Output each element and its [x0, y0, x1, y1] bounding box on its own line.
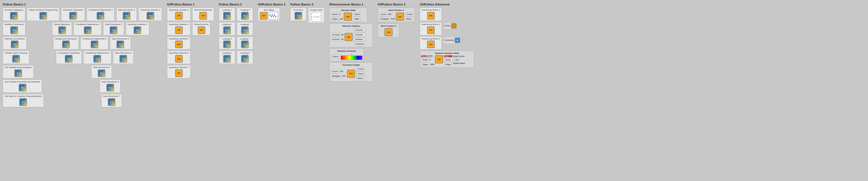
row-rc1-attractor: Attractor System UCount50 VCount50 GH: [329, 23, 373, 47]
output-ucount-attr: UCount: [354, 28, 365, 32]
component-points[interactable]: Points ●: [443, 22, 458, 30]
node-cond-3[interactable]: Conditional Statements 3 Py: [81, 36, 108, 50]
node-interfacing-rhino-2[interactable]: Interfacing Rhino 2 GH: [420, 22, 442, 35]
section-ghpython-basics-1: GHPython Basics 1 Importing Libraries 3 …: [167, 3, 214, 78]
node-ds-2[interactable]: Data Structures 2 Py: [103, 22, 124, 35]
section-title-python-basics-3: Python Basics 3: [290, 3, 324, 6]
row-adv-1: Interfacing Rhino 1 GH: [420, 8, 474, 21]
component-dynamic-random-walk[interactable]: Dynamic Random Walk Run False Seed0 S: [420, 51, 474, 68]
gh-icon-5: GH: [175, 41, 183, 48]
python-icon-15: Py: [117, 41, 124, 48]
node-functions[interactable]: Functions Py: [290, 8, 307, 21]
section-title-rhinocommon-basics-1: Rhinocommon Basics 1: [329, 3, 373, 6]
section-ghpython-basics-3: GHPython Basics 3 Best Practice 1 Count5…: [378, 3, 415, 37]
section-python-basics-3: Python Basics 3 Functions Py Empty Code …: [290, 3, 324, 23]
python-icon-25: Py: [108, 98, 115, 106]
output-surface: Surface: [354, 37, 365, 42]
component-curvature[interactable]: Curvature Graph Count759 Multiplier647 G…: [329, 62, 373, 82]
node-rhinoscriptsyntax[interactable]: RhinoScriptSyntax GH: [192, 8, 214, 21]
row-pb2-1: Looping 1 Py Looping 5 Py: [219, 8, 253, 21]
component-geometry[interactable]: Geometry ◆: [443, 36, 461, 44]
node-ds-5[interactable]: Data Structures 5 Py: [91, 65, 112, 78]
node-ds-1[interactable]: Data Structures 1 Py: [116, 8, 137, 21]
node-looping-7[interactable]: Looping 7 Py: [237, 36, 253, 50]
gh-icon-2: GH: [199, 12, 207, 20]
node-looping-5[interactable]: Looping 5 Py: [237, 8, 253, 21]
node-comparison-ops[interactable]: Comparison Operators Py: [56, 51, 82, 64]
node-import-1[interactable]: Importing Libraries 1 Py: [138, 8, 162, 21]
node-interfacing-rhino-1[interactable]: Interfacing Rhino 1 GH: [420, 8, 442, 21]
node-ds-4[interactable]: Data Structures 4 Py: [113, 51, 133, 64]
node-ds-6[interactable]: Data Structures 6 Py: [100, 79, 120, 93]
row-adv-2: Interfacing Rhino 2 GH Points ●: [420, 22, 474, 35]
node-cond-4[interactable]: Conditional Statements 4 Py: [83, 51, 111, 64]
python-icon-fn: Py: [294, 12, 302, 20]
python-icon-11: Py: [133, 26, 141, 34]
python-icon-22: Py: [19, 84, 26, 92]
gh-icon-curvature: GH: [347, 70, 355, 78]
node-interfacing-rhino-3[interactable]: Interfacing Rhino 3 GH: [420, 36, 442, 50]
component-best-practice-1[interactable]: Best Practice 1 Count500 Multiplier5.00 …: [378, 8, 415, 22]
node-import-lib-5[interactable]: Importing Libraries 5 GH: [167, 36, 191, 50]
node-ds-7[interactable]: Data Structures 7 Py: [101, 94, 122, 107]
row-3: Naming Conventions Py Assignment Operato…: [3, 36, 162, 50]
component-random-walk[interactable]: Random Walk Seed0 Steps100 GH Se: [329, 8, 367, 22]
row-gh1-1: Importing Libraries 3 GH RhinoScriptSynt…: [167, 8, 214, 21]
node-var-doc[interactable]: Get Variable Documentation Py: [3, 65, 34, 78]
node-looping-3[interactable]: Looping 3 Py: [219, 36, 235, 50]
node-import-lib-7[interactable]: Importing Libraries 7 GH: [167, 65, 191, 78]
gh-icon-attractor: GH: [345, 33, 353, 41]
node-var-help[interactable]: Get Help On Variable Property/Method Py: [3, 94, 44, 107]
node-ds-3[interactable]: Data Structures 3 Py: [110, 36, 131, 50]
row-gh1-3: Importing Libraries 5 GH: [167, 36, 214, 50]
component-best-practice-2[interactable]: Best Practice 2 GH: [378, 23, 399, 37]
node-sine-wave[interactable]: Sine Wave GH: [258, 8, 280, 21]
node-assign-ops[interactable]: Assignment Operators Py: [53, 36, 79, 50]
node-primitive-datatypes[interactable]: Primitive Datatypes Py: [3, 8, 25, 21]
row-adv-4: Dynamic Random Walk Run False Seed0 S: [420, 51, 474, 68]
output-vcount-attr: VCount: [354, 33, 365, 37]
node-looping-8[interactable]: Looping 8 Py: [237, 51, 253, 64]
node-looping-6[interactable]: Looping 6 Py: [237, 22, 253, 35]
node-arithmetic[interactable]: Arithmetic Operators Py: [61, 8, 85, 21]
component-attractor[interactable]: Attractor System UCount50 VCount50 GH: [329, 23, 373, 47]
component-label-random-walk: Random Walk: [331, 9, 366, 11]
node-import-lib-4[interactable]: Importing Libraries 4 GH: [167, 22, 191, 35]
node-type-checking[interactable]: Variable Type Checking Py: [3, 51, 29, 64]
component-rainbow[interactable]: Rainbow Gradient Colors C: [329, 48, 364, 61]
node-looping-1[interactable]: Looping 1 Py: [219, 8, 235, 21]
node-import-2[interactable]: Importing Libraries 2 Py: [126, 22, 149, 35]
python-icon-l6: Py: [241, 26, 249, 34]
python-icon-13: Py: [62, 41, 70, 48]
row-pb2-3: Looping 3 Py Looping 7 Py: [219, 36, 253, 50]
node-looping-4[interactable]: Looping 4 Py: [219, 51, 235, 64]
row-2: Multiline Comments Py String Operators P…: [3, 22, 162, 35]
label-draw-current: Draw Current: [453, 55, 465, 57]
label-system-reset: System Reset: [453, 62, 465, 64]
section-title-ghpython-basics-1: GHPython Basics 1: [167, 3, 214, 6]
python-icon-l2: Py: [223, 26, 231, 34]
node-var-props[interactable]: Get Variable Properties And Methods Py: [3, 79, 42, 93]
node-rhinocommon[interactable]: RhinoCommon GH: [192, 22, 210, 35]
python-icon-19: Py: [120, 55, 127, 62]
python-icon-9: Py: [84, 26, 92, 34]
gh-icon-sine: GH: [260, 12, 268, 20]
points-icon: ●: [451, 23, 457, 29]
node-object-oriented[interactable]: Object Oriented Programming Py: [27, 8, 59, 21]
node-looping-2[interactable]: Looping 2 Py: [219, 22, 235, 35]
node-naming[interactable]: Naming Conventions Py: [3, 36, 27, 50]
gh-icon-1: GH: [175, 12, 183, 20]
node-multiline[interactable]: Multiline Comments Py: [3, 22, 26, 35]
node-cond-2[interactable]: Conditional Statements 2 Py: [73, 22, 101, 35]
node-cond-1[interactable]: Conditional Statements 1 Py: [87, 8, 115, 21]
geometry-label: Geometry: [444, 39, 454, 42]
points-label: Points: [444, 25, 451, 27]
python-icon-l7: Py: [241, 41, 249, 48]
node-import-lib-6[interactable]: Importing Libraries 6 GH: [167, 51, 191, 64]
python-icon-l3: Py: [223, 41, 231, 48]
node-import-lib-3[interactable]: Importing Libraries 3 GH: [167, 8, 191, 21]
node-string-ops[interactable]: String Operators Py: [52, 22, 72, 35]
node-empty-code[interactable]: Empty Code Empty: [308, 8, 324, 23]
python-icon-l4: Py: [223, 55, 231, 62]
section-rhinocommon-basics-1: Rhinocommon Basics 1 Random Walk Seed0 S…: [329, 3, 373, 82]
